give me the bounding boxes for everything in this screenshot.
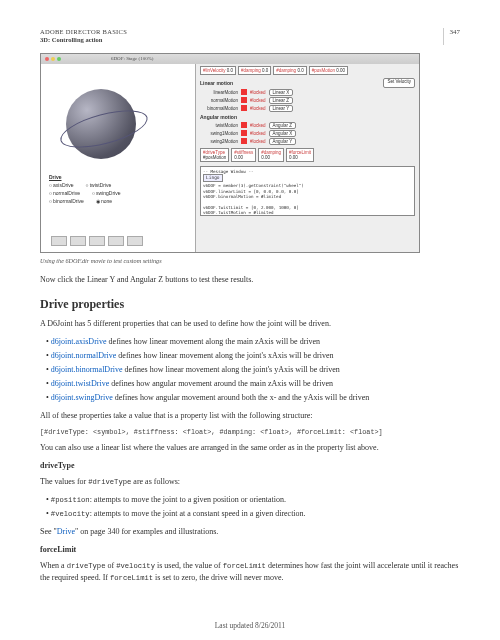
section-heading: Drive properties bbox=[40, 297, 460, 312]
page-number: 347 bbox=[443, 28, 461, 45]
intro-paragraph: Now click the Linear Y and Angular Z but… bbox=[40, 274, 460, 286]
link-twistdrive[interactable]: d6joint.twistDrive bbox=[51, 379, 109, 388]
radio-swingdrive[interactable]: swingDrive bbox=[92, 190, 120, 196]
link-normaldrive[interactable]: d6joint.normalDrive bbox=[51, 351, 117, 360]
radio-none[interactable]: none bbox=[96, 198, 112, 204]
screenshot-figure: 6DOF: Stage (100%) Drive axisDrivetwistD… bbox=[40, 53, 420, 253]
message-window: -- Message Window -- Lingo v6DOF = membe… bbox=[200, 166, 415, 216]
angular-y-button[interactable]: Angular Y bbox=[269, 138, 297, 145]
radio-binormaldrive[interactable]: binormalDrive bbox=[49, 198, 84, 204]
drivetype-list: #position: attempts to move the joint to… bbox=[46, 494, 460, 520]
stage-button[interactable] bbox=[51, 236, 67, 246]
radio-twistdrive[interactable]: twistDrive bbox=[86, 182, 112, 188]
link-axisdrive[interactable]: d6joint.axisDrive bbox=[51, 337, 107, 346]
stage-button[interactable] bbox=[89, 236, 105, 246]
see-paragraph: See "Drive" on page 340 for examples and… bbox=[40, 526, 460, 538]
radio-normaldrive[interactable]: normalDrive bbox=[49, 190, 80, 196]
link-binormaldrive[interactable]: d6joint.binormalDrive bbox=[51, 365, 123, 374]
stage-button[interactable] bbox=[70, 236, 86, 246]
doc-title: ADOBE DIRECTOR BASICS bbox=[40, 28, 127, 36]
link-swingdrive[interactable]: d6joint.swingDrive bbox=[51, 393, 113, 402]
angular-z-button[interactable]: Angular Z bbox=[269, 122, 297, 129]
doc-subtitle: 3D: Controlling action bbox=[40, 36, 127, 44]
allprops-paragraph: All of these properties take a value tha… bbox=[40, 410, 460, 422]
subhead-forcelimit: forceLimit bbox=[40, 545, 460, 554]
set-velocity-button[interactable]: Set Velocity bbox=[383, 78, 415, 88]
stage-button[interactable] bbox=[127, 236, 143, 246]
drive-paragraph: A D6Joint has 5 different properties tha… bbox=[40, 318, 460, 330]
drive-title: Drive bbox=[49, 174, 62, 180]
link-drive[interactable]: Drive bbox=[57, 527, 75, 536]
figure-caption: Using the 6DOF.dir movie to test custom … bbox=[40, 257, 460, 264]
linear-y-button[interactable]: Linear Y bbox=[269, 105, 294, 112]
code-structure: [#driveType: <symbol>, #stiffness: <floa… bbox=[40, 428, 460, 436]
linear-paragraph: You can also use a linear list where the… bbox=[40, 442, 460, 454]
radio-axisdrive[interactable]: axisDrive bbox=[49, 182, 74, 188]
page-header: ADOBE DIRECTOR BASICS 3D: Controlling ac… bbox=[40, 28, 460, 45]
angular-x-button[interactable]: Angular X bbox=[269, 130, 297, 137]
subhead-drivetype: driveType bbox=[40, 461, 460, 470]
property-list: d6joint.axisDrive defines how linear mov… bbox=[46, 336, 460, 404]
page-footer: Last updated 8/26/2011 bbox=[0, 621, 500, 630]
values-paragraph: The values for #driveType are as follows… bbox=[40, 476, 460, 488]
window-title: 6DOF: Stage (100%) bbox=[111, 56, 154, 61]
linear-z-button[interactable]: Linear Z bbox=[269, 97, 294, 104]
lang-dropdown[interactable]: Lingo bbox=[203, 174, 223, 182]
linear-x-button[interactable]: Linear X bbox=[269, 89, 294, 96]
stage-button[interactable] bbox=[108, 236, 124, 246]
forcelimit-paragraph: When a driveType of #velocity is used, t… bbox=[40, 560, 460, 583]
